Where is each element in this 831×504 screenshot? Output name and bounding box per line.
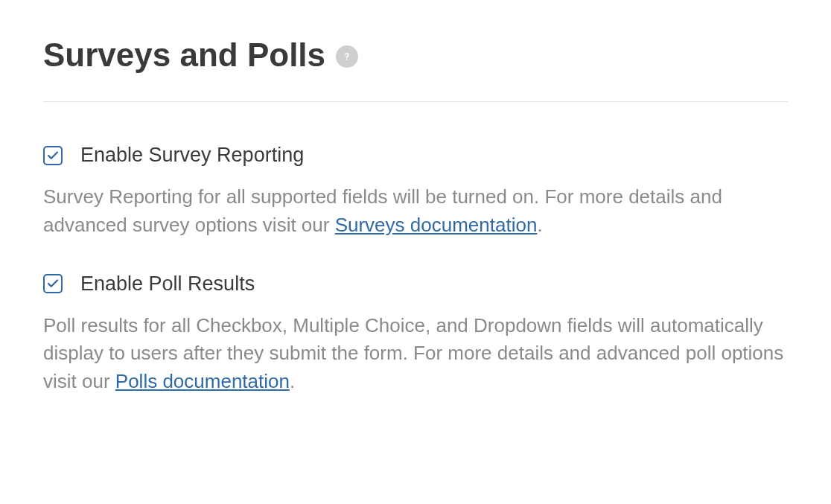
page-title: Surveys and Polls: [43, 37, 325, 73]
survey-reporting-checkbox[interactable]: [43, 146, 63, 165]
survey-reporting-row: Enable Survey Reporting: [43, 144, 788, 167]
surveys-documentation-link[interactable]: Surveys documentation: [335, 214, 538, 236]
survey-reporting-setting: Enable Survey Reporting Survey Reporting…: [43, 144, 788, 239]
survey-reporting-label: Enable Survey Reporting: [80, 144, 304, 167]
help-icon[interactable]: [336, 45, 358, 68]
poll-results-description: Poll results for all Checkbox, Multiple …: [43, 312, 788, 396]
page-header: Surveys and Polls: [43, 37, 788, 73]
poll-results-setting: Enable Poll Results Poll results for all…: [43, 272, 788, 396]
polls-documentation-link[interactable]: Polls documentation: [115, 370, 290, 392]
svg-point-0: [346, 59, 348, 60]
survey-reporting-description: Survey Reporting for all supported field…: [43, 183, 788, 239]
poll-results-label: Enable Poll Results: [80, 272, 255, 296]
poll-results-checkbox[interactable]: [43, 274, 63, 293]
description-text-post: .: [290, 370, 295, 392]
description-text-post: .: [537, 214, 542, 236]
section-divider: [43, 101, 788, 102]
poll-results-row: Enable Poll Results: [43, 272, 788, 296]
